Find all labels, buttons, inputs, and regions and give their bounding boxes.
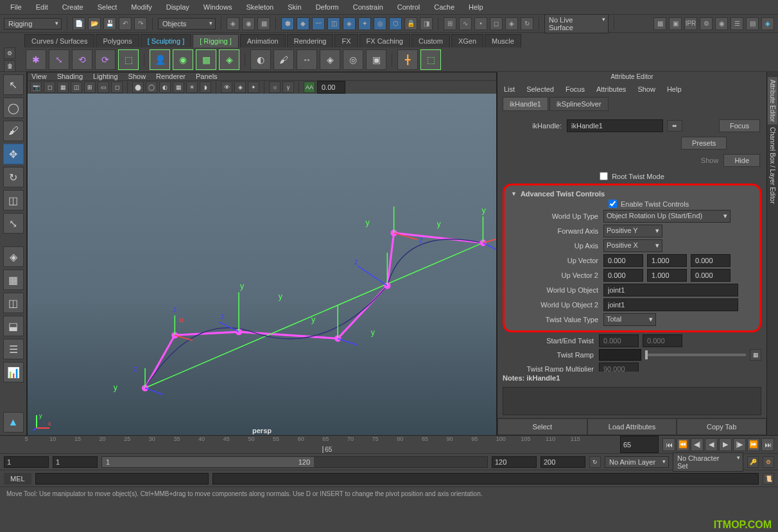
cmd-lang-label[interactable]: MEL [4,473,31,485]
menu-select[interactable]: Select [91,1,124,13]
focus-button[interactable]: Focus [719,119,760,132]
hik-char-icon[interactable]: 👤 [150,49,170,70]
vp-show-menu[interactable]: Show [128,73,146,80]
root-twist-checkbox[interactable] [600,172,608,180]
shelf-trash-icon[interactable]: 🗑 [4,60,15,72]
shelf-xgen[interactable]: XGen [451,34,483,47]
mirror-weights-icon[interactable]: ↔ [297,49,317,70]
vp-light-icon[interactable]: ☀ [186,82,198,93]
viewport-3d[interactable]: y z z u y z y y z y z y y z x y [28,94,496,438]
snap-plane-icon[interactable]: ◻ [490,17,503,30]
rotate-tool-icon[interactable]: ↻ [3,167,24,187]
vp-film-icon[interactable]: ▭ [98,82,109,93]
copy-tab-button[interactable]: Copy Tab [677,418,766,435]
persp-graph-icon[interactable]: 📊 [3,362,24,382]
world-up-type-dropdown[interactable]: Object Rotation Up (Start/End) ▾ [603,210,730,223]
selection-mode-dropdown[interactable]: Objects [158,18,216,30]
up-vector2-z[interactable] [691,269,730,282]
goto-end-icon[interactable]: ⏭ [761,438,774,451]
shelf-custom[interactable]: Custom [411,34,450,47]
script-editor-icon[interactable]: 📜 [763,473,774,485]
vp-exposure-icon[interactable]: ☼ [269,82,281,93]
root-twist-section[interactable]: Root Twist Mode [503,170,761,182]
current-frame-field[interactable] [620,436,659,453]
snap-toggle-icon[interactable]: ↻ [521,17,533,30]
snap-grid-icon[interactable]: ⊞ [444,17,456,30]
vp-renderer-menu[interactable]: Renderer [156,73,186,80]
hik-retarget-icon[interactable]: ◈ [219,49,239,70]
bind-skin-icon[interactable]: ◐ [250,49,271,70]
ramp-edit-icon[interactable]: ▦ [750,349,761,361]
lasso-tool-icon[interactable]: ◯ [3,98,24,118]
render-frame-icon[interactable]: ▣ [669,17,682,30]
mask-deform-icon[interactable]: ◈ [343,17,356,30]
vp-2d-icon[interactable]: ◫ [71,82,82,93]
anim-layer-dropdown[interactable]: No Anim Layer [605,456,669,468]
vp-xray-icon[interactable]: ◈ [234,82,246,93]
shelf-rigging[interactable]: [ Rigging ] [193,34,239,47]
ae-focus-menu[interactable]: Focus [566,85,585,93]
range-options-icon[interactable]: ↻ [589,456,601,468]
move-tool-icon[interactable]: ✥ [3,144,24,164]
lock-icon[interactable]: 🔒 [404,17,417,30]
up-vector2-x[interactable] [603,269,643,282]
shelf-curves[interactable]: Curves / Surfaces [24,34,94,47]
mask-curve-icon[interactable]: 〰 [312,17,325,30]
vp-shading-menu[interactable]: Shading [57,73,83,80]
paint-weights-icon[interactable]: 🖌 [273,49,294,70]
hammer-weights-icon[interactable]: ◈ [320,49,340,70]
new-scene-icon[interactable]: 📄 [73,17,85,30]
hide-button[interactable]: Hide [723,154,760,167]
vp-value-field[interactable] [317,81,345,94]
range-in-field[interactable] [53,456,98,468]
range-start-field[interactable] [4,456,49,468]
range-out-field[interactable] [492,456,537,468]
ae-selected-menu[interactable]: Selected [526,85,554,93]
select-button[interactable]: Select [497,418,587,435]
last-tool-icon[interactable]: ⤡ [3,213,24,234]
character-set-dropdown[interactable]: No Character Set [673,452,743,472]
forward-axis-dropdown[interactable]: Positive Y ▾ [603,225,662,237]
ipr-render-icon[interactable]: IPR [684,17,697,30]
vp-shaded-icon[interactable]: ⬤ [132,82,144,93]
point-constraint-icon[interactable]: ⬚ [420,49,441,70]
vp-shaded-wire-icon[interactable]: ◐ [159,82,171,93]
up-vector-y[interactable] [647,254,687,267]
world-up-object-field[interactable] [603,284,738,296]
mask-render-icon[interactable]: ◎ [374,17,386,30]
ae-tab-solver[interactable]: ikSplineSolver [549,97,609,111]
render-settings-icon[interactable]: ⚙ [700,17,713,30]
ae-help-menu[interactable]: Help [667,85,682,93]
orient-joint-icon[interactable]: ⟳ [95,49,116,70]
step-forward-key-icon[interactable]: ⏩ [747,438,760,451]
select-by-component-icon[interactable]: ▦ [257,17,270,30]
up-vector-z[interactable] [691,254,730,267]
autokey-icon[interactable]: 🔑 [747,456,759,468]
snap-curve-icon[interactable]: ∿ [459,17,472,30]
panel-icon[interactable]: ▤ [746,17,759,30]
load-attributes-button[interactable]: Load Attributes [587,418,677,435]
select-by-hierarchy-icon[interactable]: ◈ [227,17,239,30]
workspace-dropdown[interactable]: Rigging [4,18,62,30]
menu-edit[interactable]: Edit [30,1,55,13]
snap-point-icon[interactable]: • [474,17,487,30]
vp-gate-icon[interactable]: ◻ [111,82,123,93]
two-pane-stack-icon[interactable]: ⬓ [3,316,24,336]
time-slider[interactable]: 5 10 15 20 25 30 35 40 45 50 55 60 65 70… [0,435,778,453]
menu-control[interactable]: Control [391,1,426,13]
mask-misc-icon[interactable]: ⬡ [389,17,402,30]
world-up-object2-field[interactable] [603,298,738,311]
shelf-fx[interactable]: FX [334,34,358,47]
shelf-gear-icon[interactable]: ⚙ [4,47,15,59]
range-end-field[interactable] [540,456,585,468]
mask-handle-icon[interactable]: ⬢ [281,17,294,30]
menu-help[interactable]: Help [462,1,490,13]
enable-twist-checkbox[interactable] [609,200,617,208]
twist-value-type-dropdown[interactable]: Total ▾ [603,313,656,326]
hik-controls-icon[interactable]: ◉ [173,49,193,70]
menu-display[interactable]: Display [160,1,196,13]
vp-aa-icon[interactable]: AA [304,82,315,93]
up-vector-x[interactable] [603,254,643,267]
parent-constraint-icon[interactable]: ╋ [397,49,418,70]
shelf-muscle[interactable]: Muscle [485,34,521,47]
